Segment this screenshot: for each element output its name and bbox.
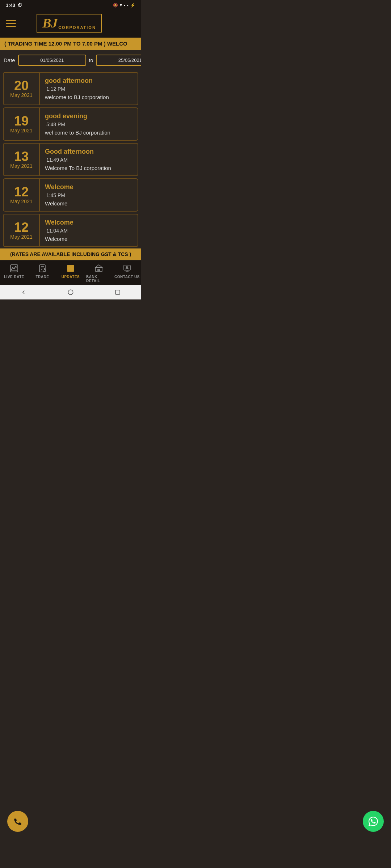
card-content: good afternoon 1:12 PM welcome to BJ cor…	[40, 73, 138, 105]
card-day: 19	[14, 115, 29, 128]
ticker-text: ( TRADING TIME 12.00 PM TO 7.00 PM ) WEL…	[4, 41, 127, 47]
bottom-ticker: (RATES ARE AVAILABLE INCLUDING GST & TCS…	[0, 248, 141, 260]
bank-detail-icon	[94, 263, 104, 273]
card-date: 13 May 2021	[4, 144, 40, 175]
updates-icon	[66, 263, 76, 273]
svg-marker-11	[95, 265, 102, 268]
nav-label-live-rate: LIVE RATE	[4, 275, 24, 279]
card-day: 12	[14, 221, 29, 234]
svg-rect-10	[96, 268, 102, 272]
nav-label-bank-detail: BANK DETAIL	[86, 275, 112, 283]
date-filter: Date to Search	[0, 50, 141, 71]
card-content: good evening 5:48 PM wel come to BJ corp…	[40, 108, 138, 140]
card-content: Welcome 11:04 AM Welcome	[40, 214, 138, 246]
back-button[interactable]	[19, 288, 28, 297]
nav-item-contact-us[interactable]: CONTACT US	[113, 260, 141, 285]
ticker-banner: ( TRADING TIME 12.00 PM TO 7.00 PM ) WEL…	[0, 38, 141, 50]
card-content: Good afternoon 11:49 AM Welcome To BJ co…	[40, 144, 138, 175]
card-title: good afternoon	[45, 77, 133, 85]
card-time: 1:12 PM	[45, 86, 133, 92]
notification-card[interactable]: 20 May 2021 good afternoon 1:12 PM welco…	[3, 72, 138, 105]
nav-item-trade[interactable]: TRADE	[28, 260, 56, 285]
card-title: Welcome	[45, 183, 133, 191]
svg-rect-12	[98, 269, 98, 271]
card-date: 19 May 2021	[4, 108, 40, 140]
notification-card[interactable]: 12 May 2021 Welcome 1:45 PM Welcome	[3, 178, 138, 212]
status-bar: 1:43 ⏱ 🔕 ▾ ▪ ▪ ⚡	[0, 0, 141, 10]
app-header: BJ CORPORATION	[0, 10, 141, 38]
card-day: 20	[14, 79, 29, 92]
nav-label-trade: TRADE	[36, 275, 49, 279]
status-icons: 🔕 ▾ ▪ ▪ ⚡	[113, 3, 135, 8]
recents-button[interactable]	[113, 288, 122, 297]
cards-list: 20 May 2021 good afternoon 1:12 PM welco…	[0, 71, 141, 248]
svg-point-18	[68, 290, 73, 295]
card-content: Welcome 1:45 PM Welcome	[40, 179, 138, 211]
card-month-year: May 2021	[10, 163, 32, 169]
card-day: 12	[14, 186, 29, 199]
nav-label-contact-us: CONTACT US	[114, 275, 140, 279]
nav-label-updates: UPDATES	[62, 275, 80, 279]
card-time: 11:04 AM	[45, 228, 133, 234]
live-rate-icon	[9, 263, 19, 273]
bottom-navigation: LIVE RATE TRADE UPDATES	[0, 260, 141, 285]
nav-item-live-rate[interactable]: LIVE RATE	[0, 260, 28, 285]
card-date: 12 May 2021	[4, 179, 40, 211]
card-date: 12 May 2021	[4, 214, 40, 246]
svg-rect-19	[115, 290, 120, 294]
card-body: wel come to BJ corporation	[45, 129, 133, 136]
card-time: 5:48 PM	[45, 122, 133, 127]
card-month-year: May 2021	[10, 199, 32, 204]
logo-corporation: CORPORATION	[58, 25, 96, 30]
card-date: 20 May 2021	[4, 73, 40, 105]
card-title: Good afternoon	[45, 148, 133, 156]
card-body: welcome to BJ corporation	[45, 94, 133, 100]
menu-button[interactable]	[6, 20, 16, 27]
card-month-year: May 2021	[10, 234, 32, 240]
logo: BJ CORPORATION	[37, 14, 102, 33]
system-nav-bar	[0, 285, 141, 299]
notification-card[interactable]: 12 May 2021 Welcome 11:04 AM Welcome	[3, 214, 138, 247]
card-month-year: May 2021	[10, 92, 32, 98]
svg-rect-13	[99, 269, 100, 271]
from-date-input[interactable]	[18, 55, 86, 66]
logo-bj: BJ	[42, 17, 58, 30]
to-date-input[interactable]	[96, 55, 141, 66]
card-body: Welcome	[45, 200, 133, 207]
card-time: 11:49 AM	[45, 157, 133, 163]
nav-item-bank-detail[interactable]: BANK DETAIL	[85, 260, 113, 285]
home-button[interactable]	[66, 288, 75, 297]
card-body: Welcome To BJ corporation	[45, 165, 133, 171]
card-time: 1:45 PM	[45, 192, 133, 198]
nav-item-updates[interactable]: UPDATES	[56, 260, 85, 285]
contact-us-icon	[122, 263, 132, 273]
trade-icon	[37, 263, 47, 273]
card-title: Welcome	[45, 219, 133, 226]
date-label: Date	[4, 57, 15, 63]
notification-card[interactable]: 13 May 2021 Good afternoon 11:49 AM Welc…	[3, 143, 138, 176]
card-month-year: May 2021	[10, 128, 32, 133]
svg-point-15	[126, 266, 128, 268]
card-day: 13	[14, 150, 29, 163]
card-title: good evening	[45, 112, 133, 120]
status-time: 1:43 ⏱	[6, 3, 22, 8]
date-to-label: to	[89, 58, 93, 63]
card-body: Welcome	[45, 236, 133, 242]
notification-card[interactable]: 19 May 2021 good evening 5:48 PM wel com…	[3, 107, 138, 141]
